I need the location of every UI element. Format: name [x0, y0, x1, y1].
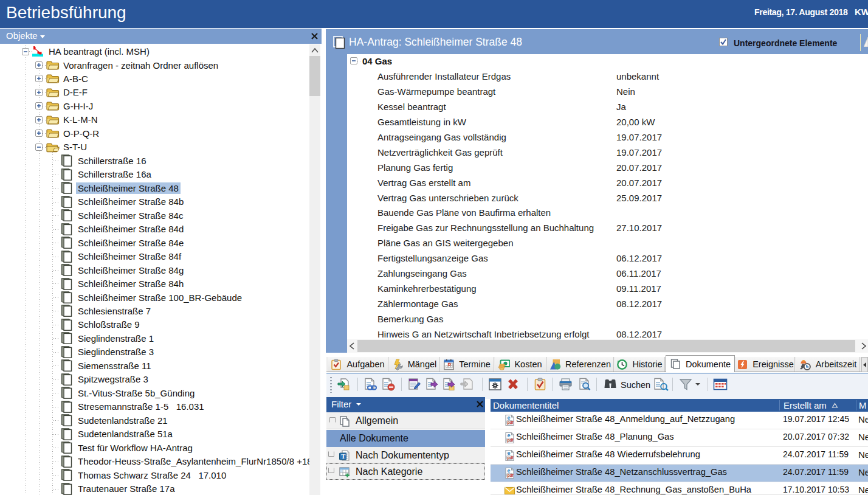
svg-text:T: T	[341, 453, 345, 460]
svg-text:pdf: pdf	[508, 420, 514, 425]
svg-text:pdf: pdf	[508, 438, 514, 443]
svg-text:pdf: pdf	[508, 473, 514, 478]
svg-text:pdf: pdf	[508, 455, 514, 460]
